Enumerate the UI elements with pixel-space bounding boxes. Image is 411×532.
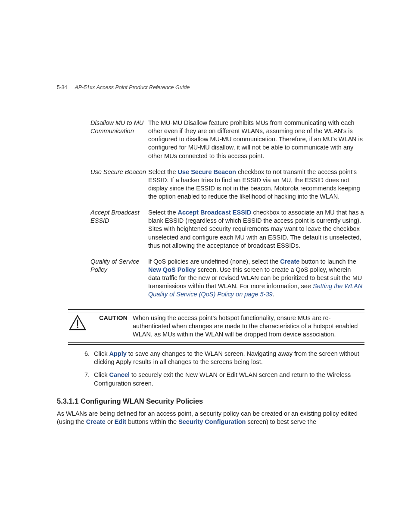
text: to securely exit the New WLAN or Edit WL… <box>94 371 351 387</box>
caution-label: CAUTION <box>93 312 128 339</box>
step-list: 6. Click Apply to save any changes to th… <box>81 350 364 388</box>
text: Select the <box>148 168 178 175</box>
step-text: Click Cancel to securely exit the New WL… <box>94 371 364 388</box>
desc-disallow-mu: The MU-MU Disallow feature prohibits MUs… <box>148 119 364 160</box>
ui-create: Create <box>280 258 299 265</box>
term-qos-policy: Quality of Service Policy <box>90 258 146 299</box>
ui-apply: Apply <box>109 350 126 357</box>
step-text: Click Apply to save any changes to the W… <box>94 350 364 367</box>
text: or <box>106 418 115 425</box>
text: If QoS policies are undefined (none), se… <box>148 258 280 265</box>
text: screen) to best serve the <box>246 418 316 425</box>
section-heading: 5.3.1.1 Configuring WLAN Security Polici… <box>57 397 364 405</box>
text: button to launch the <box>299 258 356 265</box>
ui-new-qos-policy: New QoS Policy <box>148 266 196 273</box>
svg-point-2 <box>77 327 78 328</box>
definition-table: Disallow MU to MU Communication The MU-M… <box>90 119 364 299</box>
text: Select the <box>148 209 178 216</box>
ui-accept-broadcast-essid: Accept Broadcast ESSID <box>178 209 252 216</box>
term-accept-broadcast-essid: Accept Broadcast ESSID <box>90 208 146 250</box>
text: . <box>273 291 274 298</box>
desc-accept-broadcast-essid: Select the Accept Broadcast ESSID checkb… <box>148 208 364 250</box>
rule-bottom <box>68 342 364 343</box>
ui-create: Create <box>86 418 106 425</box>
step-number: 6. <box>81 350 93 367</box>
text: buttons within the <box>126 418 178 425</box>
caution-text: When using the access point's hotspot fu… <box>130 312 364 339</box>
ui-use-secure-beacon: Use Secure Beacon <box>178 168 236 175</box>
term-disallow-mu: Disallow MU to MU Communication <box>90 119 146 160</box>
caution-block: CAUTION When using the access point's ho… <box>68 309 364 343</box>
section-paragraph: As WLANs are being defined for an access… <box>57 410 364 426</box>
desc-qos-policy: If QoS policies are undefined (none), se… <box>148 258 364 299</box>
text: Click <box>94 371 109 378</box>
ui-edit: Edit <box>115 418 126 425</box>
term-use-secure-beacon: Use Secure Beacon <box>90 168 146 201</box>
text: Click <box>94 350 109 357</box>
rule-top <box>68 309 364 310</box>
ui-security-configuration: Security Configuration <box>178 418 246 425</box>
running-header: 5-34 AP-51xx Access Point Product Refere… <box>57 84 364 90</box>
guide-title: AP-51xx Access Point Product Reference G… <box>75 84 190 90</box>
ui-cancel: Cancel <box>109 371 130 378</box>
page-number: 5-34 <box>57 84 67 90</box>
caution-icon <box>68 312 90 339</box>
desc-use-secure-beacon: Select the Use Secure Beacon checkbox to… <box>148 168 364 201</box>
step-number: 7. <box>81 371 93 388</box>
step-7: 7. Click Cancel to securely exit the New… <box>81 371 364 388</box>
text: to save any changes to the WLAN screen. … <box>94 350 359 366</box>
step-6: 6. Click Apply to save any changes to th… <box>81 350 364 367</box>
